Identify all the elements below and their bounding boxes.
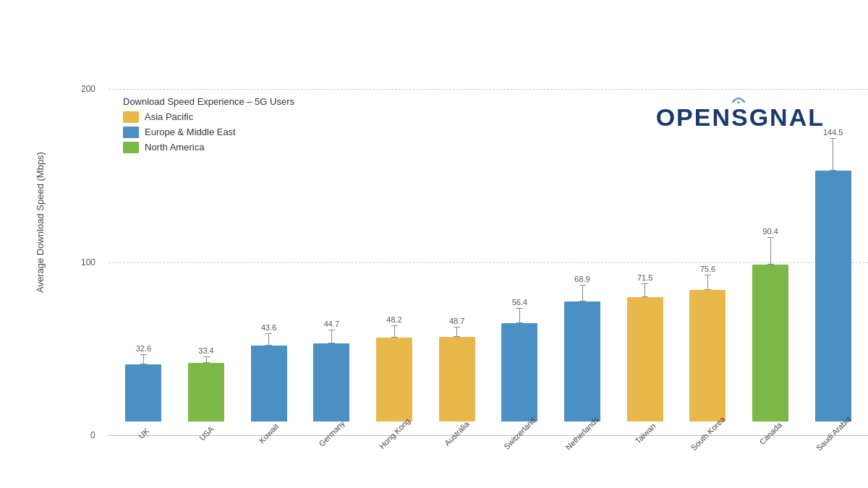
bar-value-label: 144.5 [823, 128, 843, 137]
bar-value-label: 33.4 [198, 346, 213, 355]
bar-value-label: 71.5 [637, 273, 652, 282]
bar-group: 68.9Netherlands [551, 275, 614, 436]
bar [125, 364, 161, 421]
chart-container: Average Download Speed (Mbps) Download S… [14, 17, 854, 472]
bar-wrapper: 48.2 [363, 315, 426, 421]
bar-country-label: UK [137, 426, 150, 440]
bar-group: 56.4Switzerland [488, 298, 551, 436]
y-axis-label: Average Download Speed (Mbps) [35, 152, 46, 293]
bar-wrapper: 32.6 [112, 344, 175, 421]
bars-container: 32.6UK33.4USA43.6Kuwait44.7Germany48.2Ho… [109, 89, 868, 436]
bar-wrapper: 144.5 [801, 128, 864, 421]
bar-value-label: 43.6 [261, 323, 276, 332]
error-bar [642, 283, 648, 297]
error-bar [767, 237, 774, 265]
bar-value-label: 44.7 [324, 320, 339, 328]
bar-group: 32.6UK [112, 344, 175, 435]
bar [251, 346, 287, 421]
bar-wrapper: 44.7 [300, 320, 363, 421]
bar [627, 297, 663, 421]
bar-group: 71.5Taiwan [613, 273, 676, 435]
bar-country-label: Germany [317, 419, 346, 448]
bar-wrapper: 33.4 [175, 346, 238, 421]
error-bar [391, 325, 398, 337]
bar-wrapper: 68.9 [551, 275, 614, 421]
bar [689, 290, 726, 421]
bar-value-label: 48.7 [449, 317, 464, 325]
bar-country-label: Taiwan [633, 421, 657, 445]
bar-country-label: Kuwait [258, 421, 281, 445]
bar-value-label: 48.2 [386, 315, 401, 324]
bar [439, 337, 475, 421]
bar-value-label: 75.6 [700, 265, 715, 273]
bar-group: 48.2Hong Kong [363, 315, 426, 435]
bar-group: 90.4Canada [739, 227, 802, 436]
bar [752, 265, 788, 421]
error-bar [579, 285, 586, 302]
grid-label-100: 100 [81, 257, 95, 267]
bar [815, 171, 851, 421]
error-bar [328, 330, 335, 343]
bar-group: 44.7Germany [300, 320, 363, 435]
bar-group: 144.5Saudi Arabia [801, 128, 864, 436]
chart-plot-area: 200 100 0 32.6UK33.4USA43.6Kuwait44.7Ger… [109, 89, 868, 436]
bar-value-label: 56.4 [512, 298, 527, 307]
grid-label-200: 200 [81, 84, 95, 94]
bar-group: 48.7Australia [425, 317, 488, 436]
bar-wrapper: 48.7 [425, 317, 488, 421]
bar-country-label: USA [197, 424, 215, 442]
bar-group: 33.4USA [175, 346, 238, 435]
bar-group: 43.6Kuwait [237, 323, 300, 435]
error-bar [830, 138, 836, 171]
bar-country-label: Australia [443, 419, 471, 448]
error-bar [265, 333, 272, 345]
bar-wrapper: 71.5 [613, 273, 676, 421]
bar-value-label: 68.9 [574, 275, 590, 283]
bar [564, 301, 600, 421]
bar [188, 363, 224, 421]
error-bar [203, 356, 210, 363]
bar-wrapper: 75.6 [676, 265, 739, 421]
error-bar [516, 308, 523, 323]
bar-value-label: 90.4 [762, 227, 778, 236]
bar-wrapper: 43.6 [237, 323, 300, 421]
error-bar [454, 327, 460, 337]
bar-group: 75.6South Korea [676, 265, 739, 436]
bar-wrapper: 90.4 [739, 227, 802, 421]
bar [376, 338, 412, 421]
error-bar [140, 354, 147, 364]
bar-wrapper: 56.4 [488, 298, 551, 421]
bar-country-label: Canada [757, 420, 783, 446]
chart-area: Download Speed Experience – 5G Users Asi… [109, 89, 868, 487]
grid-label-0: 0 [90, 430, 95, 440]
error-bar [705, 275, 711, 290]
bar [501, 323, 537, 421]
bar [313, 343, 349, 421]
bar-value-label: 32.6 [136, 344, 151, 353]
